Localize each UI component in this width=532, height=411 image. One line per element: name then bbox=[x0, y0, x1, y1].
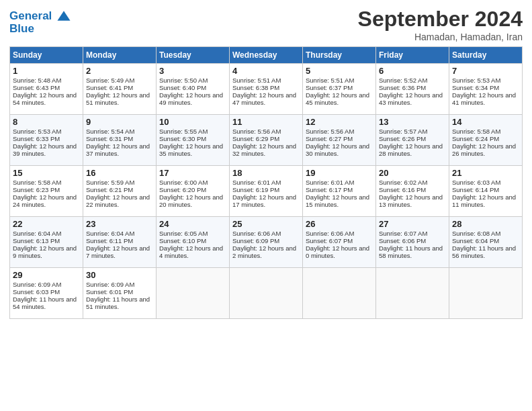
table-row: 28 Sunrise: 6:08 AM Sunset: 6:04 PM Dayl… bbox=[449, 217, 523, 268]
sunset-label: Sunset: 6:17 PM bbox=[306, 186, 353, 193]
sunset-label: Sunset: 6:37 PM bbox=[306, 84, 353, 91]
sunset-label: Sunset: 6:43 PM bbox=[13, 84, 60, 91]
day-number: 12 bbox=[306, 117, 373, 127]
sunrise-label: Sunrise: 5:51 AM bbox=[306, 77, 354, 84]
day-number: 11 bbox=[232, 117, 300, 127]
sunset-label: Sunset: 6:16 PM bbox=[379, 186, 426, 193]
table-row: 15 Sunrise: 5:58 AM Sunset: 6:23 PM Dayl… bbox=[10, 166, 83, 217]
table-row bbox=[376, 268, 449, 319]
table-row: 18 Sunrise: 6:01 AM Sunset: 6:19 PM Dayl… bbox=[230, 166, 303, 217]
day-number: 25 bbox=[232, 219, 300, 229]
table-row: 2 Sunrise: 5:49 AM Sunset: 6:41 PM Dayli… bbox=[83, 64, 157, 115]
daylight-label: Daylight: 12 hours and 13 minutes. bbox=[379, 193, 443, 208]
daylight-label: Daylight: 12 hours and 28 minutes. bbox=[379, 142, 443, 157]
sunrise-label: Sunrise: 6:04 AM bbox=[13, 230, 61, 237]
sunset-label: Sunset: 6:21 PM bbox=[86, 186, 133, 193]
sunset-label: Sunset: 6:01 PM bbox=[86, 288, 133, 295]
daylight-label: Daylight: 12 hours and 47 minutes. bbox=[232, 91, 296, 106]
table-row: 26 Sunrise: 6:06 AM Sunset: 6:07 PM Dayl… bbox=[303, 217, 376, 268]
daylight-label: Daylight: 12 hours and 45 minutes. bbox=[306, 91, 369, 106]
sunset-label: Sunset: 6:04 PM bbox=[452, 237, 499, 244]
daylight-label: Daylight: 12 hours and 11 minutes. bbox=[452, 193, 516, 208]
table-row bbox=[303, 268, 376, 319]
sunrise-label: Sunrise: 5:55 AM bbox=[159, 128, 208, 135]
sunrise-label: Sunrise: 6:09 AM bbox=[86, 281, 134, 288]
title-block: September 2024 Hamadan, Hamadan, Iran bbox=[358, 7, 523, 42]
day-number: 14 bbox=[452, 117, 519, 127]
header-wednesday: Wednesday bbox=[230, 47, 303, 64]
sunrise-label: Sunrise: 5:50 AM bbox=[159, 77, 208, 84]
table-row: 1 Sunrise: 5:48 AM Sunset: 6:43 PM Dayli… bbox=[10, 64, 83, 115]
table-row: 3 Sunrise: 5:50 AM Sunset: 6:40 PM Dayli… bbox=[157, 64, 230, 115]
sunset-label: Sunset: 6:33 PM bbox=[13, 135, 60, 142]
day-number: 7 bbox=[452, 66, 519, 76]
daylight-label: Daylight: 12 hours and 41 minutes. bbox=[452, 91, 516, 106]
day-number: 15 bbox=[13, 168, 80, 178]
daylight-label: Daylight: 12 hours and 54 minutes. bbox=[13, 91, 77, 106]
header-thursday: Thursday bbox=[303, 47, 376, 64]
sunrise-label: Sunrise: 5:54 AM bbox=[86, 128, 134, 135]
sunset-label: Sunset: 6:20 PM bbox=[159, 186, 206, 193]
sunset-label: Sunset: 6:29 PM bbox=[232, 135, 279, 142]
day-number: 28 bbox=[452, 219, 519, 229]
sunset-label: Sunset: 6:38 PM bbox=[232, 84, 279, 91]
table-row: 8 Sunrise: 5:53 AM Sunset: 6:33 PM Dayli… bbox=[10, 115, 83, 166]
day-number: 23 bbox=[86, 219, 153, 229]
day-number: 10 bbox=[159, 117, 226, 127]
day-number: 24 bbox=[159, 219, 226, 229]
sunrise-label: Sunrise: 5:48 AM bbox=[13, 77, 61, 84]
day-number: 27 bbox=[379, 219, 446, 229]
sunrise-label: Sunrise: 5:57 AM bbox=[379, 128, 427, 135]
table-row: 24 Sunrise: 6:05 AM Sunset: 6:10 PM Dayl… bbox=[157, 217, 230, 268]
daylight-label: Daylight: 12 hours and 9 minutes. bbox=[13, 244, 77, 259]
table-row: 22 Sunrise: 6:04 AM Sunset: 6:13 PM Dayl… bbox=[10, 217, 83, 268]
sunrise-label: Sunrise: 6:01 AM bbox=[232, 179, 281, 186]
daylight-label: Daylight: 12 hours and 7 minutes. bbox=[86, 244, 150, 259]
day-number: 22 bbox=[13, 219, 80, 229]
daylight-label: Daylight: 12 hours and 49 minutes. bbox=[159, 91, 223, 106]
day-number: 17 bbox=[159, 168, 226, 178]
table-row: 21 Sunrise: 6:03 AM Sunset: 6:14 PM Dayl… bbox=[449, 166, 523, 217]
day-number: 13 bbox=[379, 117, 446, 127]
table-row bbox=[449, 268, 523, 319]
day-number: 4 bbox=[232, 66, 300, 76]
table-row: 29 Sunrise: 6:09 AM Sunset: 6:03 PM Dayl… bbox=[10, 268, 83, 319]
day-number: 29 bbox=[13, 270, 80, 280]
daylight-label: Daylight: 12 hours and 22 minutes. bbox=[86, 193, 150, 208]
table-row: 12 Sunrise: 5:56 AM Sunset: 6:27 PM Dayl… bbox=[303, 115, 376, 166]
day-number: 1 bbox=[13, 66, 80, 76]
header-friday: Friday bbox=[376, 47, 449, 64]
day-number: 2 bbox=[86, 66, 153, 76]
header-monday: Monday bbox=[83, 47, 157, 64]
sunrise-label: Sunrise: 5:56 AM bbox=[306, 128, 354, 135]
sunrise-label: Sunrise: 5:52 AM bbox=[379, 77, 427, 84]
subtitle: Hamadan, Hamadan, Iran bbox=[358, 32, 523, 42]
header-saturday: Saturday bbox=[449, 47, 523, 64]
sunset-label: Sunset: 6:11 PM bbox=[86, 237, 133, 244]
table-row: 14 Sunrise: 5:58 AM Sunset: 6:24 PM Dayl… bbox=[449, 115, 523, 166]
daylight-label: Daylight: 12 hours and 0 minutes. bbox=[306, 244, 369, 259]
table-row: 7 Sunrise: 5:53 AM Sunset: 6:34 PM Dayli… bbox=[449, 64, 523, 115]
daylight-label: Daylight: 12 hours and 39 minutes. bbox=[13, 142, 77, 157]
day-number: 30 bbox=[86, 270, 153, 280]
day-number: 20 bbox=[379, 168, 446, 178]
table-row: 9 Sunrise: 5:54 AM Sunset: 6:31 PM Dayli… bbox=[83, 115, 157, 166]
day-number: 21 bbox=[452, 168, 519, 178]
sunrise-label: Sunrise: 6:05 AM bbox=[159, 230, 208, 237]
calendar-table: Sunday Monday Tuesday Wednesday Thursday… bbox=[9, 46, 523, 319]
daylight-label: Daylight: 12 hours and 2 minutes. bbox=[232, 244, 296, 259]
sunrise-label: Sunrise: 5:53 AM bbox=[13, 128, 61, 135]
logo: General Blue bbox=[9, 9, 71, 36]
sunset-label: Sunset: 6:09 PM bbox=[232, 237, 279, 244]
day-number: 16 bbox=[86, 168, 153, 178]
day-number: 26 bbox=[306, 219, 373, 229]
sunrise-label: Sunrise: 6:01 AM bbox=[306, 179, 354, 186]
table-row bbox=[230, 268, 303, 319]
header-sunday: Sunday bbox=[10, 47, 83, 64]
daylight-label: Daylight: 12 hours and 20 minutes. bbox=[159, 193, 223, 208]
sunrise-label: Sunrise: 6:09 AM bbox=[13, 281, 61, 288]
table-row: 13 Sunrise: 5:57 AM Sunset: 6:26 PM Dayl… bbox=[376, 115, 449, 166]
sunset-label: Sunset: 6:19 PM bbox=[232, 186, 279, 193]
table-row: 4 Sunrise: 5:51 AM Sunset: 6:38 PM Dayli… bbox=[230, 64, 303, 115]
sunrise-label: Sunrise: 5:58 AM bbox=[452, 128, 500, 135]
